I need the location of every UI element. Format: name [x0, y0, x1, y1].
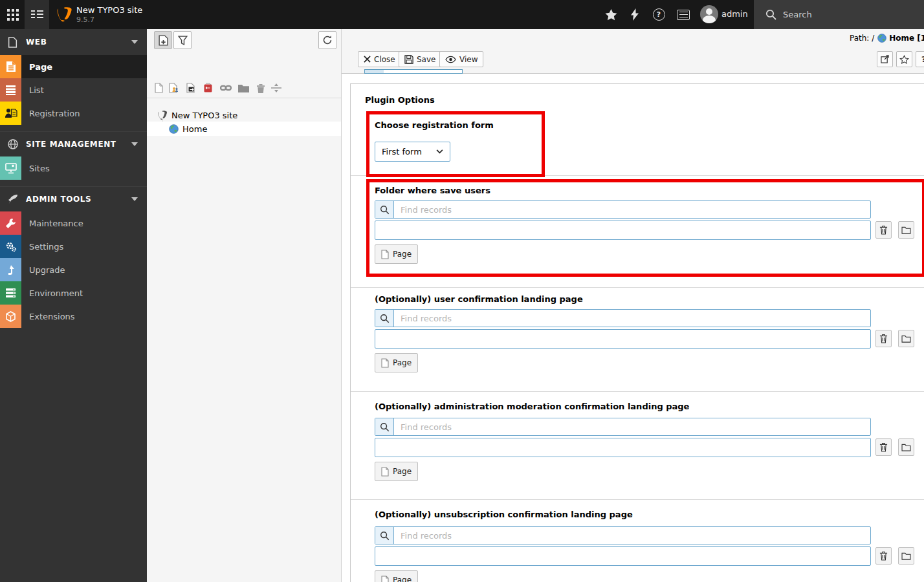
topbar-site-title[interactable]: New TYPO3 site [76, 5, 142, 15]
drag-divider-icon[interactable] [270, 81, 283, 94]
tree-node-home[interactable]: Home [147, 122, 341, 136]
browse-folder-button[interactable] [898, 221, 914, 239]
module-item-label: Extensions [29, 312, 75, 321]
refresh-tree-button[interactable] [318, 31, 336, 49]
module-item-upgrade[interactable]: Upgrade [0, 258, 147, 281]
selected-records-listbox[interactable] [375, 329, 871, 349]
search-label: Search [783, 10, 812, 19]
remove-record-button[interactable] [875, 438, 892, 456]
new-page-button[interactable] [154, 31, 172, 49]
remove-record-button[interactable] [875, 221, 892, 239]
module-item-registration[interactable]: Registration [0, 102, 147, 125]
add-page-record-label: Page [393, 576, 412, 582]
browse-folder-button[interactable] [898, 330, 914, 347]
find-records-input[interactable] [394, 527, 870, 544]
drag-new-shortcut-page-icon[interactable] [184, 81, 197, 94]
module-group-label: WEB [26, 38, 47, 47]
pagetree-toggle-button[interactable] [25, 0, 49, 29]
star-outline-icon [899, 55, 909, 64]
search-icon [380, 422, 390, 432]
username-label[interactable]: admin [721, 9, 748, 19]
module-item-label: Upgrade [29, 265, 65, 275]
selected-records-listbox[interactable] [375, 438, 871, 457]
module-group-site-management[interactable]: SITE MANAGEMENT [0, 131, 147, 156]
add-page-record-button[interactable]: Page [375, 353, 418, 372]
add-page-record-label: Page [393, 467, 412, 476]
chevron-down-icon [131, 197, 138, 201]
remove-record-button[interactable] [875, 547, 892, 565]
browse-folder-button[interactable] [898, 438, 914, 456]
clear-cache-button[interactable] [623, 0, 646, 29]
system-information-button[interactable] [672, 0, 695, 29]
bookmark-button[interactable] [599, 0, 622, 29]
save-button[interactable]: Save [399, 51, 441, 67]
breadcrumb-path: Path: / Home [1] [850, 34, 924, 43]
record-search-button[interactable] [375, 418, 394, 435]
tree-root-node[interactable]: New TYPO3 site [147, 108, 341, 122]
tab-sliver[interactable] [384, 69, 463, 74]
record-search-button[interactable] [375, 310, 394, 327]
tree-root-label: New TYPO3 site [171, 111, 237, 120]
chevron-down-icon [131, 40, 138, 44]
add-page-record-button[interactable]: Page [375, 462, 418, 481]
module-item-page[interactable]: Page [0, 55, 147, 78]
view-button[interactable]: View [439, 51, 483, 67]
field-label-user-confirmation: (Optionally) user confirmation landing p… [375, 294, 583, 304]
module-item-label: Sites [29, 164, 50, 173]
module-item-sites[interactable]: Sites [0, 156, 147, 180]
record-search-button[interactable] [375, 527, 394, 544]
help-button[interactable]: ? [647, 0, 670, 29]
find-records-input[interactable] [394, 418, 870, 435]
plugin-options-panel: Plugin Options Choose registration form … [350, 83, 924, 582]
close-icon [364, 56, 371, 63]
drag-new-external-link-page-icon[interactable] [201, 81, 214, 94]
module-grid-toggle-button[interactable] [3, 0, 23, 29]
star-icon [605, 9, 617, 21]
drag-trash-icon[interactable] [254, 81, 267, 94]
trash-icon [879, 551, 888, 561]
filter-button[interactable] [173, 31, 192, 49]
selected-records-listbox[interactable] [375, 221, 871, 240]
page-icon [381, 576, 389, 582]
record-search-group [375, 309, 871, 327]
drag-new-page-icon[interactable] [152, 81, 165, 94]
add-page-record-button[interactable]: Page [375, 570, 418, 582]
find-records-input[interactable] [394, 201, 870, 218]
registration-form-select[interactable]: First form [375, 142, 450, 162]
record-search-group [375, 418, 871, 436]
record-search-group [375, 526, 871, 544]
select-value: First form [382, 147, 436, 156]
find-records-input[interactable] [394, 310, 870, 327]
close-button[interactable]: Close [358, 51, 401, 67]
bookmark-page-button[interactable] [896, 51, 912, 67]
module-item-environment[interactable]: Environment [0, 281, 147, 305]
add-page-record-button[interactable]: Page [375, 244, 418, 264]
tab-sliver-active[interactable] [364, 69, 384, 74]
globe-page-icon [877, 34, 886, 43]
module-item-settings[interactable]: Settings [0, 235, 147, 258]
module-item-list[interactable]: List [0, 78, 147, 102]
open-in-new-window-button[interactable] [877, 51, 893, 67]
drag-new-users-page-icon[interactable] [168, 81, 181, 94]
path-current-page[interactable]: Home [1] [889, 34, 924, 43]
drag-link-icon[interactable] [219, 81, 232, 94]
add-page-record-label: Page [393, 250, 412, 259]
trash-icon [879, 225, 888, 235]
module-item-label: List [29, 85, 44, 95]
module-item-extensions[interactable]: Extensions [0, 305, 147, 328]
module-item-maintenance[interactable]: Maintenance [0, 211, 147, 235]
module-group-web[interactable]: WEB [0, 29, 147, 55]
tree-node-label: Home [182, 124, 207, 134]
record-search-button[interactable] [375, 201, 394, 218]
avatar[interactable] [700, 5, 718, 23]
question-mark-icon: ? [653, 8, 665, 21]
topbar-search[interactable]: Search [754, 0, 924, 29]
module-item-label: Environment [29, 288, 83, 298]
help-doc-button[interactable]: ? [916, 51, 924, 67]
remove-record-button[interactable] [875, 330, 892, 347]
browse-folder-button[interactable] [898, 547, 914, 565]
module-group-admin-tools[interactable]: ADMIN TOOLS [0, 186, 147, 211]
selected-records-listbox[interactable] [375, 546, 871, 566]
refresh-icon [322, 35, 333, 45]
drag-folder-icon[interactable] [237, 81, 250, 94]
